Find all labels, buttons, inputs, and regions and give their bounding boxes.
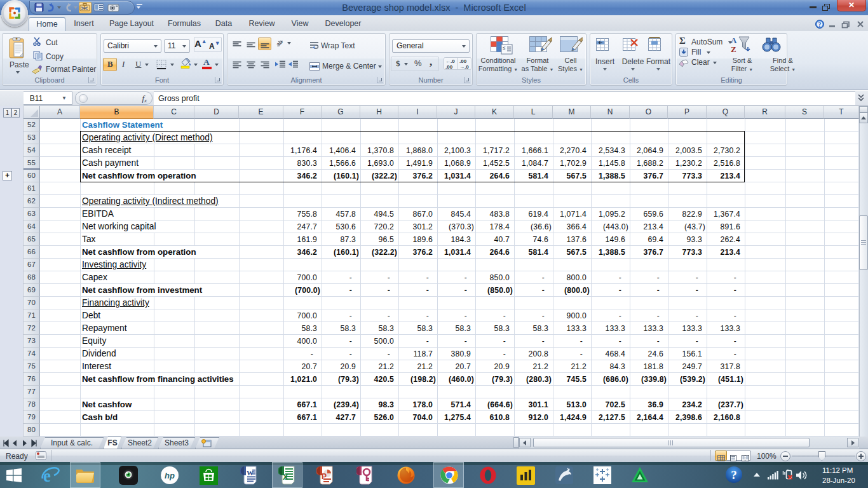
svg-text:≤: ≤ [503,45,506,51]
svg-text:X: X [283,472,288,482]
svg-text:?: ? [731,468,737,482]
svg-text:A: A [731,36,737,45]
svg-text:P: P [322,472,327,481]
svg-text:hp: hp [165,471,175,480]
svg-text:→.0: →.0 [459,64,469,70]
svg-text:Z: Z [731,44,736,54]
svg-text:?: ? [818,21,822,28]
svg-text:.00: .00 [445,64,453,70]
